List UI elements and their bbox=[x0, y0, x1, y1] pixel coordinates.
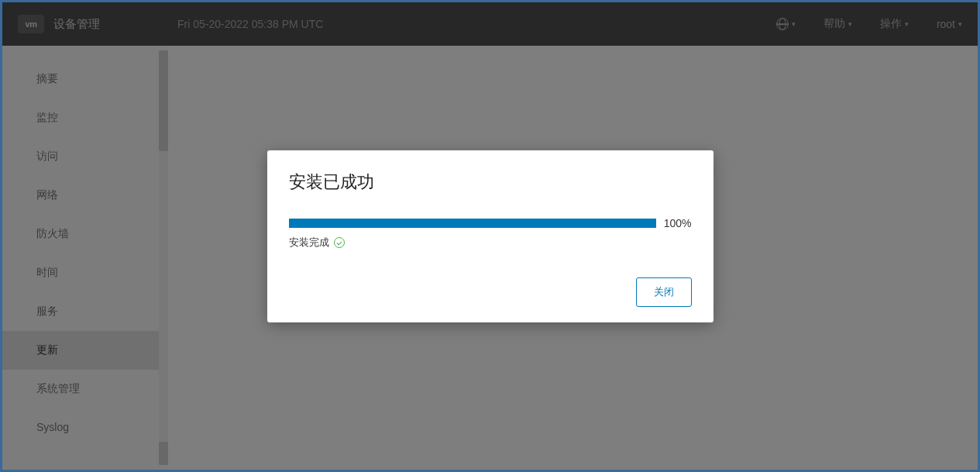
progress-bar bbox=[289, 219, 656, 228]
modal-overlay: 安装已成功 100% 安装完成 关闭 bbox=[2, 2, 978, 470]
modal-title: 安装已成功 bbox=[289, 171, 692, 194]
close-button[interactable]: 关闭 bbox=[636, 277, 692, 307]
install-success-modal: 安装已成功 100% 安装完成 关闭 bbox=[267, 150, 714, 322]
modal-actions: 关闭 bbox=[289, 277, 692, 307]
check-circle-icon bbox=[334, 237, 345, 248]
status-row: 安装完成 bbox=[289, 236, 692, 250]
progress-row: 100% bbox=[289, 217, 692, 229]
progress-percent: 100% bbox=[664, 217, 692, 229]
status-text: 安装完成 bbox=[289, 236, 329, 250]
